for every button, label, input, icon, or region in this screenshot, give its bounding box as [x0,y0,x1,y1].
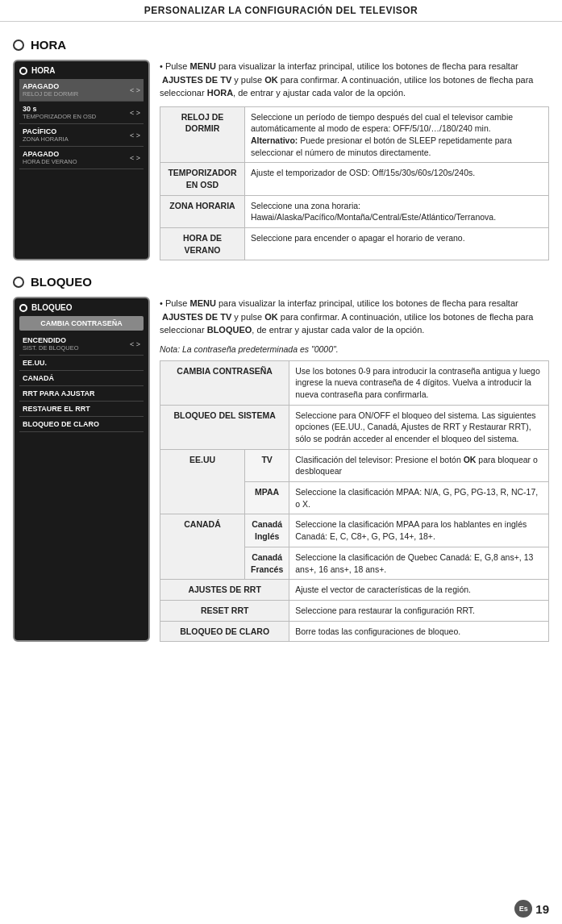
bloqueo-tv-cambia-btn: CAMBIA CONTRASEÑA [19,316,144,331]
hora-table-row-0: RELOJ DE DORMIR Seleccione un período de… [160,106,549,163]
hora-row1-main: 30 s [23,105,96,113]
bloqueo-table-row-cambia: CAMBIA CONTRASEÑA Use los botones 0-9 pa… [160,360,549,405]
hora-key-3: HORA DE VERANO [160,228,245,260]
bloqueo-key-reset-rrt: RESET RRT [160,600,289,621]
hora-row2-sub: ZONA HORARIA [23,135,69,143]
bloqueo-tv-row-5: BLOQUEO DE CLARO [19,417,144,432]
bloqueo-info-table: CAMBIA CONTRASEÑA Use los botones 0-9 pa… [160,360,549,643]
bloqueo-val-cambia: Use los botones 0-9 para introducir la c… [289,360,549,405]
page-footer: Es 19 [514,900,549,918]
bloqueo-tv-title: BLOQUEO [19,303,144,312]
hora-row0-main: APAGADO [23,82,78,90]
bloqueo-sub-key-tv: TV [245,449,289,481]
bloqueo-sub-key-canada-ingles: Canadá Inglés [245,514,289,547]
bloqueo-sub-key-mpaa: MPAA [245,482,289,514]
bloqueo-val-canada-ingles: Seleccione la clasificación MPAA para lo… [289,514,549,547]
page-title: PERSONALIZAR LA CONFIGURACIÓN DEL TELEVI… [144,5,418,16]
bloqueo-key-claro: BLOQUEO DE CLARO [160,621,289,642]
bloqueo-table-row-canada-ingles: CANADÁ Canadá Inglés Seleccione la clasi… [160,514,549,547]
hora-tv-row-2: PACÍFICO ZONA HORARIA < > [19,124,144,147]
hora-section-icon [13,40,24,51]
hora-val-1: Ajuste el temporizador de OSD: Off/15s/3… [245,163,549,195]
hora-tv-mockup: HORA APAGADO RELOJ DE DORMIR < > 30 s TE… [13,60,150,260]
bloqueo-sub-key-canada-frances: Canadá Francés [245,547,289,579]
hora-tv-row-1: 30 s TEMPORIZADOR EN OSD < > [19,102,144,124]
bloqueo-table-row-rrt: AJUSTES DE RRT Ajuste el vector de carac… [160,580,549,601]
page-number: 19 [535,902,549,916]
bloqueo-val-rrt: Ajuste el vector de características de l… [289,580,549,601]
bloqueo-section-label: BLOQUEO [31,275,92,289]
hora-row0-arrows: < > [130,86,140,94]
bloqueo-table-row-claro: BLOQUEO DE CLARO Borre todas las configu… [160,621,549,642]
bloqueo-table-row-sistema: BLOQUEO DEL SISTEMA Seleccione para ON/O… [160,405,549,449]
bloqueo-row2-main: CANADÁ [23,374,54,382]
hora-row3-main: APAGADO [23,150,77,158]
bloqueo-section-icon [13,277,24,288]
bloqueo-section-body: BLOQUEO CAMBIA CONTRASEÑA ENCENDIDO SIST… [13,297,549,642]
page-header: PERSONALIZAR LA CONFIGURACIÓN DEL TELEVI… [0,0,562,22]
section-title-hora: HORA [13,38,549,52]
hora-section-body: HORA APAGADO RELOJ DE DORMIR < > 30 s TE… [13,60,549,260]
hora-tv-title: HORA [19,66,144,75]
hora-table-row-2: ZONA HORARIA Seleccione una zona horaria… [160,195,549,227]
hora-tv-row-3: APAGADO HORA DE VERANO < > [19,147,144,169]
bloqueo-table-row-reset-rrt: RESET RRT Seleccione para restaurar la c… [160,600,549,621]
bloqueo-tv-row-3: RRT PARA AJUSTAR [19,386,144,402]
bloqueo-note: Nota: La contraseña predeterminada es "0… [160,343,549,356]
hora-val-2: Seleccione una zona horaria: Hawai/Alask… [245,195,549,227]
bloqueo-row1-main: EE.UU. [23,359,47,367]
bloqueo-row5-main: BLOQUEO DE CLARO [23,420,99,428]
hora-section-label: HORA [31,38,66,52]
hora-table-row-1: TEMPORIZADOR EN OSD Ajuste el temporizad… [160,163,549,195]
bloqueo-tv-row-1: EE.UU. [19,356,144,371]
content-area: HORA HORA APAGADO RELOJ DE DORMIR < > 30… [0,22,562,664]
hora-info-table: RELOJ DE DORMIR Seleccione un período de… [160,106,549,261]
hora-val-0: Seleccione un período de tiempo después … [245,106,549,163]
hora-row1-arrows: < > [130,109,140,117]
hora-key-2: ZONA HORARIA [160,195,245,227]
hora-row0-sub: RELOJ DE DORMIR [23,90,78,98]
hora-row2-arrows: < > [130,131,140,139]
hora-table-row-3: HORA DE VERANO Seleccione para encender … [160,228,549,260]
bloqueo-tv-circle [19,304,27,312]
bloqueo-intro: • Pulse MENU para visualizar la interfaz… [160,297,549,337]
hora-row1-sub: TEMPORIZADOR EN OSD [23,113,96,120]
bloqueo-table-row-eeuu-tv: EE.UU TV Clasificación del televisor: Pr… [160,449,549,481]
bloqueo-val-canada-frances: Seleccione la clasificación de Quebec Ca… [289,547,549,579]
hora-right-col: • Pulse MENU para visualizar la interfaz… [160,60,549,260]
section-title-bloqueo: BLOQUEO [13,275,549,289]
bloqueo-val-mpaa: Seleccione la clasificación MPAA: N/A, G… [289,482,549,514]
hora-row2-main: PACÍFICO [23,127,69,135]
bloqueo-key-cambia: CAMBIA CONTRASEÑA [160,360,289,405]
bloqueo-row4-main: RESTAURE EL RRT [23,405,90,413]
bloqueo-row0-arrows: < > [130,340,140,348]
hora-intro: • Pulse MENU para visualizar la interfaz… [160,60,549,100]
hora-tv-row-0: APAGADO RELOJ DE DORMIR < > [19,79,144,102]
hora-val-3: Seleccione para encender o apagar el hor… [245,228,549,260]
bloqueo-key-eeuu: EE.UU [160,449,245,514]
es-badge: Es [514,900,532,918]
bloqueo-row3-main: RRT PARA AJUSTAR [23,389,95,397]
bloqueo-tv-row-2: CANADÁ [19,371,144,386]
bloqueo-val-reset-rrt: Seleccione para restaurar la configuraci… [289,600,549,621]
bloqueo-val-tv: Clasificación del televisor: Presione el… [289,449,549,481]
bloqueo-tv-row-0: ENCENDIDO SIST. DE BLOQUEO < > [19,333,144,356]
hora-row3-arrows: < > [130,154,140,162]
hora-tv-circle [19,67,27,75]
bloqueo-key-rrt: AJUSTES DE RRT [160,580,289,601]
hora-key-1: TEMPORIZADOR EN OSD [160,163,245,195]
bloqueo-key-sistema: BLOQUEO DEL SISTEMA [160,405,289,449]
bloqueo-row0-sub: SIST. DE BLOQUEO [23,344,79,352]
bloqueo-right-col: • Pulse MENU para visualizar la interfaz… [160,297,549,642]
hora-row3-sub: HORA DE VERANO [23,158,77,165]
bloqueo-val-claro: Borre todas las configuraciones de bloqu… [289,621,549,642]
bloqueo-key-canada: CANADÁ [160,514,245,580]
bloqueo-row0-main: ENCENDIDO [23,336,79,344]
hora-key-0: RELOJ DE DORMIR [160,106,245,163]
bloqueo-tv-mockup: BLOQUEO CAMBIA CONTRASEÑA ENCENDIDO SIST… [13,297,150,642]
bloqueo-val-sistema: Seleccione para ON/OFF el bloqueo del si… [289,405,549,449]
bloqueo-tv-row-4: RESTAURE EL RRT [19,402,144,417]
